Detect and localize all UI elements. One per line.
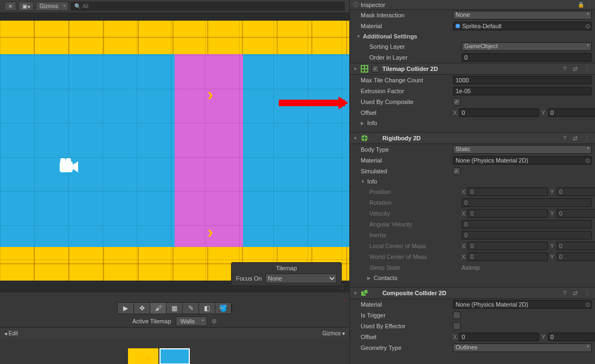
angular-velocity-label: Angular Velocity xyxy=(369,221,458,227)
camera-gizmo-icon[interactable] xyxy=(55,158,79,176)
context-menu-icon[interactable]: ⋮ xyxy=(583,66,592,73)
comp-offset-y-input[interactable] xyxy=(548,333,595,341)
inspector-header: ⓘ Inspector 🔒 ⋮ xyxy=(350,0,595,10)
rb-info-foldout[interactable]: ▼Info xyxy=(350,177,595,186)
svg-rect-11 xyxy=(364,290,368,294)
velocity-label: Velocity xyxy=(369,210,458,217)
additional-settings-foldout[interactable]: ▼Additional Settings xyxy=(350,31,595,41)
palette-tiles[interactable]: › xyxy=(0,339,349,364)
object-picker-icon[interactable]: ⊙ xyxy=(585,23,590,30)
overlay-title: Tilemap xyxy=(236,265,337,271)
annotation-arrow xyxy=(279,100,345,106)
sorting-layer-dropdown[interactable]: GameObject xyxy=(462,42,592,51)
chevron-icon: › xyxy=(207,83,213,105)
picker-tool[interactable]: ✎ xyxy=(183,303,199,314)
velocity-y xyxy=(556,209,595,218)
preset-icon[interactable]: ⇄ xyxy=(571,290,579,297)
rotation-input xyxy=(462,198,592,207)
focus-on-label: Focus On xyxy=(236,275,262,282)
rb-material-label: Material xyxy=(361,157,450,164)
palette-tile-yellow[interactable]: › xyxy=(128,348,158,364)
scene-search-input[interactable] xyxy=(82,3,341,9)
world-com-y xyxy=(556,252,595,261)
order-in-layer-input[interactable] xyxy=(462,53,592,62)
gizmos-dropdown[interactable]: Gizmos xyxy=(36,2,68,11)
max-tile-label: Max Tile Change Count xyxy=(361,77,450,83)
body-type-dropdown[interactable]: Static xyxy=(453,145,592,154)
composite-collider-header[interactable]: ▼ Composite Collider 2D ? ⇄ ⋮ xyxy=(350,287,595,299)
local-com-y xyxy=(556,242,595,250)
offset-y-input[interactable] xyxy=(548,108,595,117)
active-tilemap-dropdown[interactable]: Walls xyxy=(176,316,207,326)
select-tool[interactable]: ▶ xyxy=(118,303,134,314)
world-com-label: World Center of Mass xyxy=(369,253,458,260)
object-picker-icon[interactable]: ⊙ xyxy=(585,157,590,164)
geometry-type-dropdown[interactable]: Outlines xyxy=(453,343,592,352)
lock-icon[interactable]: 🔒 xyxy=(578,2,584,8)
context-menu-icon[interactable]: ⋮ xyxy=(583,135,592,142)
contacts-foldout[interactable]: ▶Contacts xyxy=(350,273,595,283)
extrusion-input[interactable] xyxy=(453,87,592,95)
fill-tool[interactable]: 🪣 xyxy=(215,303,232,314)
camera-mode-button[interactable]: ▣◂ xyxy=(18,2,34,11)
box-tool[interactable]: ▦ xyxy=(167,303,183,314)
brush-tool[interactable]: 🖌 xyxy=(150,303,167,314)
svg-rect-5 xyxy=(362,66,364,68)
eraser-tool[interactable]: ◧ xyxy=(199,303,215,314)
edit-toggle[interactable]: ◂ Edit xyxy=(4,330,18,336)
inspector-title: Inspector xyxy=(361,2,385,8)
chevron-icon: › xyxy=(207,221,213,242)
tilemap-collider-header[interactable]: ▼ Tilemap Collider 2D ? ⇄ ⋮ xyxy=(350,63,595,75)
offset-label: Offset xyxy=(361,109,450,116)
gear-icon[interactable]: ⚙ xyxy=(212,318,217,325)
rigidbody-icon xyxy=(361,134,368,142)
used-by-effector-checkbox[interactable] xyxy=(453,322,460,330)
gizmos-toggle[interactable]: Gizmos ▾ xyxy=(322,330,345,336)
context-menu-icon[interactable]: ⋮ xyxy=(583,290,592,297)
used-by-composite-checkbox[interactable] xyxy=(453,98,460,106)
object-picker-icon[interactable]: ⊙ xyxy=(585,301,590,308)
focus-on-select[interactable]: None xyxy=(265,274,337,283)
inertia-input xyxy=(462,231,592,239)
rigidbody-header[interactable]: ▼ Rigidbody 2D ? ⇄ ⋮ xyxy=(350,132,595,144)
local-com-label: Local Center of Mass xyxy=(369,243,458,249)
scene-viewport[interactable]: › › Tilemap Focus On None xyxy=(0,13,349,292)
rb-material-field[interactable]: None (Physics Material 2D)⊙ xyxy=(453,156,592,165)
comp-offset-x-input[interactable] xyxy=(459,333,539,341)
comp-material-label: Material xyxy=(361,301,450,308)
tilemap-overlay-panel: Tilemap Focus On None xyxy=(231,262,342,286)
scene-toolbar: ✕ ▣◂ Gizmos 🔍 xyxy=(0,0,349,13)
tools-icon[interactable]: ✕ xyxy=(4,2,16,11)
mask-interaction-label: Mask Interaction xyxy=(361,12,450,18)
move-tool[interactable]: ✥ xyxy=(134,303,150,314)
world-com-x xyxy=(468,252,548,261)
palette-tile-blue[interactable] xyxy=(159,348,190,364)
comp-material-field[interactable]: None (Physics Material 2D)⊙ xyxy=(453,300,592,309)
used-by-composite-label: Used By Composite xyxy=(361,99,450,105)
simulated-checkbox[interactable] xyxy=(453,167,460,175)
help-icon[interactable]: ? xyxy=(561,135,568,141)
velocity-x xyxy=(468,209,548,218)
mask-interaction-dropdown[interactable]: None xyxy=(453,11,592,20)
offset-x-input[interactable] xyxy=(459,108,539,117)
material-field[interactable]: Sprites-Default⊙ xyxy=(453,22,592,30)
component-enable-checkbox[interactable] xyxy=(372,65,379,73)
preset-icon[interactable]: ⇄ xyxy=(571,66,579,73)
info-foldout[interactable]: ▶Info xyxy=(350,118,595,128)
help-icon[interactable]: ? xyxy=(561,66,568,72)
position-label: Position xyxy=(369,188,458,195)
active-tilemap-label: Active Tilemap xyxy=(132,318,171,324)
inertia-label: Inertia xyxy=(369,232,458,238)
help-icon[interactable]: ? xyxy=(561,290,568,296)
sorting-layer-label: Sorting Layer xyxy=(369,43,458,50)
context-menu-icon[interactable]: ⋮ xyxy=(586,2,592,8)
max-tile-input[interactable] xyxy=(453,76,592,84)
position-y xyxy=(556,187,595,196)
svg-rect-8 xyxy=(365,69,367,72)
geometry-type-label: Geometry Type xyxy=(361,344,450,351)
is-trigger-checkbox[interactable] xyxy=(453,311,460,319)
preset-icon[interactable]: ⇄ xyxy=(571,135,579,142)
palette-tool-group: ▶ ✥ 🖌 ▦ ✎ ◧ 🪣 xyxy=(117,302,232,314)
context-menu-icon[interactable]: ⋮ xyxy=(340,283,346,290)
tile-palette-bar: ▶ ✥ 🖌 ▦ ✎ ◧ 🪣 Active Tilemap Walls ⚙ xyxy=(0,301,349,327)
